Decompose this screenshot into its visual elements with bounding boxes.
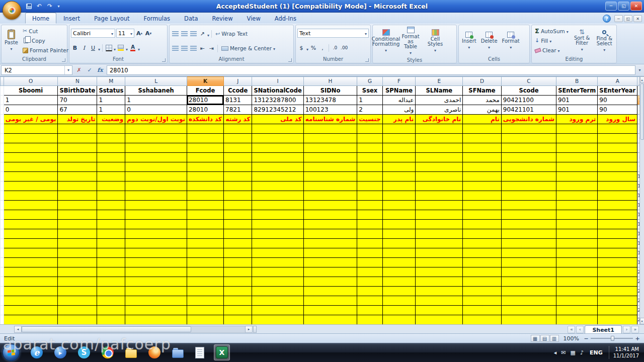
- cell-C18[interactable]: [501, 248, 556, 258]
- cell-O12[interactable]: [4, 191, 58, 201]
- cell-P12[interactable]: [1, 191, 4, 201]
- next-sheet-button[interactable]: ›: [623, 326, 630, 333]
- cell-D15[interactable]: [463, 220, 502, 229]
- start-button[interactable]: [3, 344, 20, 361]
- cell-M3[interactable]: 1: [97, 105, 125, 115]
- column-header-J[interactable]: J: [224, 77, 252, 86]
- cell-F3[interactable]: ولی: [382, 105, 416, 115]
- number-dialog-launcher-icon[interactable]: [365, 58, 369, 62]
- formula-input[interactable]: 28010: [107, 65, 635, 75]
- cell-A13[interactable]: [598, 201, 637, 210]
- cell-O22[interactable]: [4, 287, 58, 296]
- cell-L23[interactable]: [125, 296, 187, 306]
- decrease-indent-button[interactable]: ⇤: [198, 44, 206, 52]
- cell-G16[interactable]: [357, 229, 382, 239]
- cell-O18[interactable]: [4, 248, 58, 258]
- cell-L11[interactable]: [125, 182, 187, 191]
- cell-D20[interactable]: [463, 267, 502, 277]
- message-icon[interactable]: ✉: [561, 349, 566, 356]
- font-name-combo[interactable]: Calibri: [71, 29, 115, 38]
- cell-D11[interactable]: [463, 182, 502, 191]
- cell-C15[interactable]: [501, 220, 556, 229]
- cell-J15[interactable]: [224, 220, 252, 229]
- cell-H24[interactable]: [303, 306, 357, 315]
- cell-I9[interactable]: [252, 162, 303, 172]
- decrease-decimal-button[interactable]: .00: [340, 44, 348, 52]
- tab-add-ins[interactable]: Add-Ins: [268, 13, 303, 24]
- column-header-I[interactable]: I: [252, 77, 303, 86]
- taskbar-app-chrome[interactable]: [100, 344, 116, 360]
- cell-C5[interactable]: [501, 124, 556, 134]
- cell-F15[interactable]: [382, 220, 416, 229]
- tab-home[interactable]: Home: [25, 13, 56, 24]
- cell-P25[interactable]: [1, 315, 4, 325]
- cell-A8[interactable]: [598, 153, 637, 162]
- column-header-M[interactable]: M: [97, 77, 125, 86]
- cell-G2[interactable]: 1: [357, 96, 382, 105]
- font-dialog-launcher-icon[interactable]: [162, 58, 166, 62]
- cell-D2[interactable]: محمد: [463, 96, 502, 105]
- cell-I1[interactable]: SNationalCode: [252, 86, 303, 96]
- column-header-K[interactable]: K: [187, 77, 223, 86]
- minimize-button[interactable]: ─: [605, 2, 617, 11]
- horizontal-scroll-track[interactable]: [22, 326, 245, 333]
- scrollbar-splitter[interactable]: [253, 326, 257, 333]
- cell-K24[interactable]: [187, 306, 223, 315]
- cell-A2[interactable]: 90: [598, 96, 637, 105]
- cell-P9[interactable]: [1, 162, 4, 172]
- column-header-O[interactable]: O: [4, 77, 58, 86]
- cell-I18[interactable]: [252, 248, 303, 258]
- cell-A9[interactable]: [598, 162, 637, 172]
- cell-D19[interactable]: [463, 258, 502, 267]
- cell-O10[interactable]: [4, 172, 58, 182]
- cell-M17[interactable]: [97, 239, 125, 248]
- cell-D5[interactable]: [463, 124, 502, 134]
- cell-C4[interactable]: شماره دانشجویی: [501, 115, 556, 124]
- cell-H7[interactable]: [303, 143, 357, 153]
- cell-B20[interactable]: [556, 267, 598, 277]
- name-box-dropdown-icon[interactable]: [64, 66, 72, 74]
- cell-O16[interactable]: [4, 229, 58, 239]
- cell-C21[interactable]: [501, 277, 556, 287]
- page-layout-view-button[interactable]: ▤: [540, 335, 549, 342]
- cell-H17[interactable]: [303, 239, 357, 248]
- cell-M14[interactable]: [97, 210, 125, 220]
- cell-I4[interactable]: کد ملی: [252, 115, 303, 124]
- column-header-H[interactable]: H: [303, 77, 357, 86]
- cell-I23[interactable]: [252, 296, 303, 306]
- cell-D14[interactable]: [463, 210, 502, 220]
- cell-K17[interactable]: [187, 239, 223, 248]
- cell-O24[interactable]: [4, 306, 58, 315]
- cell-styles-button[interactable]: Cell Styles: [424, 26, 447, 56]
- accounting-format-button[interactable]: $: [297, 44, 305, 52]
- cell-F1[interactable]: SPName: [382, 86, 416, 96]
- cell-L25[interactable]: [125, 315, 187, 325]
- cell-D18[interactable]: [463, 248, 502, 258]
- page-break-view-button[interactable]: ▥: [550, 335, 559, 342]
- cell-E24[interactable]: [416, 306, 463, 315]
- cell-B17[interactable]: [556, 239, 598, 248]
- cell-B19[interactable]: [556, 258, 598, 267]
- cell-B9[interactable]: [556, 162, 598, 172]
- cell-F23[interactable]: [382, 296, 416, 306]
- taskbar-app-windows-media[interactable]: ▸: [52, 344, 68, 360]
- shrink-font-button[interactable]: A: [144, 29, 152, 37]
- column-header-P[interactable]: [1, 77, 4, 86]
- cell-H21[interactable]: [303, 277, 357, 287]
- cell-F7[interactable]: [382, 143, 416, 153]
- cell-C7[interactable]: [501, 143, 556, 153]
- cell-E17[interactable]: [416, 239, 463, 248]
- save-button[interactable]: [24, 2, 33, 11]
- cell-M25[interactable]: [97, 315, 125, 325]
- cell-H10[interactable]: [303, 172, 357, 182]
- cell-C9[interactable]: [501, 162, 556, 172]
- cell-J12[interactable]: [224, 191, 252, 201]
- taskbar-app-internet-explorer[interactable]: e: [29, 344, 45, 360]
- cell-I2[interactable]: 13123287800: [252, 96, 303, 105]
- cell-N9[interactable]: [58, 162, 97, 172]
- cell-K2[interactable]: 28010: [187, 96, 223, 105]
- office-button[interactable]: [3, 1, 21, 20]
- cell-N6[interactable]: [58, 134, 97, 143]
- number-format-combo[interactable]: Text: [297, 29, 369, 38]
- cell-L8[interactable]: [125, 153, 187, 162]
